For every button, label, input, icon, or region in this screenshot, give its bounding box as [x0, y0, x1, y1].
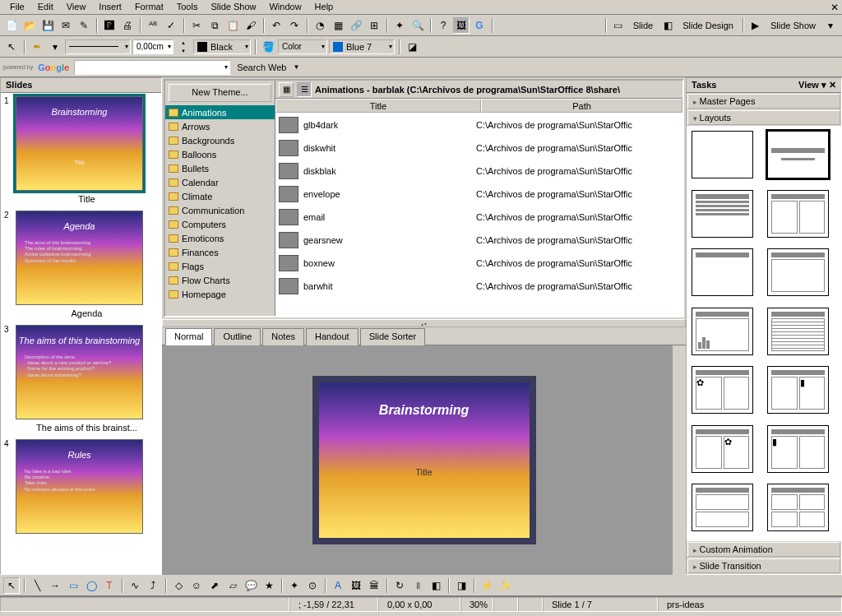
gallery-item[interactable]: glb4darkC:\Archivos de programa\Sun\Star… [275, 113, 682, 137]
flow-icon[interactable]: ▱ [224, 577, 241, 594]
gallery-item[interactable]: emailC:\Archivos de programa\Sun\StarOff… [275, 206, 682, 229]
arrange-icon[interactable]: ◧ [428, 577, 444, 594]
gallery-icon[interactable]: 🖼 [453, 17, 470, 34]
open-icon[interactable]: 📂 [21, 17, 38, 34]
fromfile-icon[interactable]: 🖼 [348, 577, 364, 594]
col-path[interactable]: Path [481, 99, 682, 113]
gallery-item[interactable]: barwhitC:\Archivos de programa\Sun\StarO… [275, 275, 682, 298]
toolbar-chevron-icon[interactable]: ▾ [822, 17, 839, 34]
menu-insert[interactable]: Insert [92, 0, 128, 14]
show-button[interactable]: Slide Show [766, 21, 821, 30]
theme-item[interactable]: Climate [165, 189, 275, 203]
theme-item[interactable]: Balloons [165, 147, 275, 161]
tab-slide-sorter[interactable]: Slide Sorter [360, 328, 425, 345]
redo-icon[interactable]: ↷ [286, 17, 303, 34]
tasks-view-menu[interactable]: View [798, 80, 819, 90]
col-title[interactable]: Title [275, 99, 481, 113]
curve-icon[interactable]: ∿ [127, 577, 143, 594]
gallery-item[interactable]: diskblakC:\Archivos de programa\Sun\Star… [275, 160, 682, 183]
theme-item[interactable]: Arrows [165, 119, 275, 133]
layout-titleonly[interactable] [692, 248, 753, 296]
menu-help[interactable]: Help [308, 0, 340, 14]
width-down-icon[interactable]: ▼ [175, 47, 192, 54]
theme-item[interactable]: Computers [165, 217, 275, 231]
gallery-item[interactable]: boxnewC:\Archivos de programa\Sun\StarOf… [275, 252, 682, 275]
tab-outline[interactable]: Outline [214, 328, 261, 345]
tab-handout[interactable]: Handout [306, 328, 359, 345]
tab-notes[interactable]: Notes [262, 328, 304, 345]
layout-4cell[interactable] [767, 484, 829, 531]
fill-color-dropdown[interactable]: Blue 7 [329, 39, 395, 54]
slide-placeholder[interactable]: Title [319, 467, 530, 477]
align-icon[interactable]: ⫴ [409, 577, 426, 594]
arrowline-icon[interactable]: → [47, 577, 63, 594]
cut-icon[interactable]: ✂ [188, 17, 205, 34]
new-theme-button[interactable]: New Theme... [169, 84, 271, 102]
menu-view[interactable]: View [60, 0, 93, 14]
line-width-field[interactable]: 0,00cm [132, 39, 173, 54]
copy-icon[interactable]: ⧉ [206, 17, 223, 34]
select-icon[interactable]: ↖ [3, 577, 20, 594]
pen-icon[interactable]: ✒ [29, 39, 45, 55]
slide-button[interactable]: Slide [628, 21, 658, 30]
theme-item[interactable]: Communication [165, 203, 275, 217]
theme-item[interactable]: Animations [165, 105, 275, 119]
text-icon[interactable]: T [101, 577, 118, 594]
points-icon[interactable]: ✦ [286, 577, 303, 594]
layout-clip[interactable]: ✿ [692, 366, 753, 414]
dropdown-icon[interactable]: ▾ [47, 39, 63, 55]
list-view-button[interactable]: ☰ [297, 82, 312, 97]
theme-item[interactable]: Finances [165, 245, 275, 259]
layout-title[interactable] [767, 131, 829, 178]
theme-list[interactable]: AnimationsArrowsBackgroundsBalloonsBulle… [165, 105, 275, 316]
layout-2col[interactable] [767, 190, 829, 238]
save-icon[interactable]: 💾 [39, 17, 56, 34]
mail-icon[interactable]: ✉ [58, 17, 74, 34]
task-customanim[interactable]: Custom Animation [687, 542, 840, 557]
slide-title[interactable]: Brainstorming [319, 403, 530, 418]
task-transition[interactable]: Slide Transition [687, 558, 840, 573]
autospell-icon[interactable]: ✓ [163, 17, 179, 34]
google-search-input[interactable] [74, 60, 230, 75]
theme-item[interactable]: Homepage [165, 287, 275, 301]
searchweb-button[interactable]: Search Web [232, 63, 291, 72]
layout-blank[interactable] [692, 131, 753, 178]
theme-item[interactable]: Flow Charts [165, 273, 275, 287]
ellipse-icon[interactable]: ◯ [83, 577, 99, 594]
menu-file[interactable]: File [3, 0, 31, 14]
layout-table[interactable] [767, 308, 829, 355]
width-up-icon[interactable]: ▲ [175, 39, 192, 46]
menu-tools[interactable]: Tools [170, 0, 205, 14]
close-icon[interactable]: ✕ [830, 2, 839, 13]
theme-item[interactable]: Bullets [165, 161, 275, 175]
new-icon[interactable]: 📄 [3, 17, 20, 34]
task-layouts[interactable]: Layouts [687, 110, 840, 125]
google-icon[interactable]: G [471, 17, 488, 34]
layout-content[interactable] [692, 190, 753, 238]
gallery-item[interactable]: envelopeC:\Archivos de programa\Sun\Star… [275, 183, 682, 206]
slide-thumb-3[interactable]: 3The aims of this brainstormingDescripti… [4, 325, 158, 433]
glue-icon[interactable]: ⊙ [304, 577, 321, 594]
slide-thumb-1[interactable]: 1BrainstormingTitleTitle [4, 96, 158, 204]
grid-icon[interactable]: ⊞ [366, 17, 382, 34]
undo-icon[interactable]: ↶ [268, 17, 285, 34]
callout-icon[interactable]: 💬 [243, 577, 259, 594]
tab-normal[interactable]: Normal [165, 328, 212, 345]
rect-icon[interactable]: ▭ [65, 577, 81, 594]
layout-obj[interactable] [767, 248, 829, 296]
menu-format[interactable]: Format [128, 0, 170, 14]
gallery-splitter[interactable]: ▴ ▾ [162, 319, 686, 327]
gallery2-icon[interactable]: 🏛 [366, 577, 382, 594]
edit-area[interactable]: Brainstorming Title [162, 345, 686, 575]
line-style-dropdown[interactable] [65, 39, 131, 54]
slide-thumb-4[interactable]: 4RulesNo idea is a bad ideaBe creativeTa… [4, 439, 158, 534]
vertical-scrollbar[interactable] [673, 345, 686, 575]
edit-icon[interactable]: ✎ [76, 17, 92, 34]
symbol-icon[interactable]: ☺ [188, 577, 205, 594]
menu-window[interactable]: Window [262, 0, 308, 14]
task-masterpages[interactable]: Master Pages [687, 94, 840, 109]
layout-charttext[interactable]: ▮ [767, 425, 829, 473]
block-icon[interactable]: ⬈ [206, 577, 223, 594]
pdf-icon[interactable]: 🅿 [101, 17, 118, 34]
nav-icon[interactable]: ✦ [391, 17, 408, 34]
